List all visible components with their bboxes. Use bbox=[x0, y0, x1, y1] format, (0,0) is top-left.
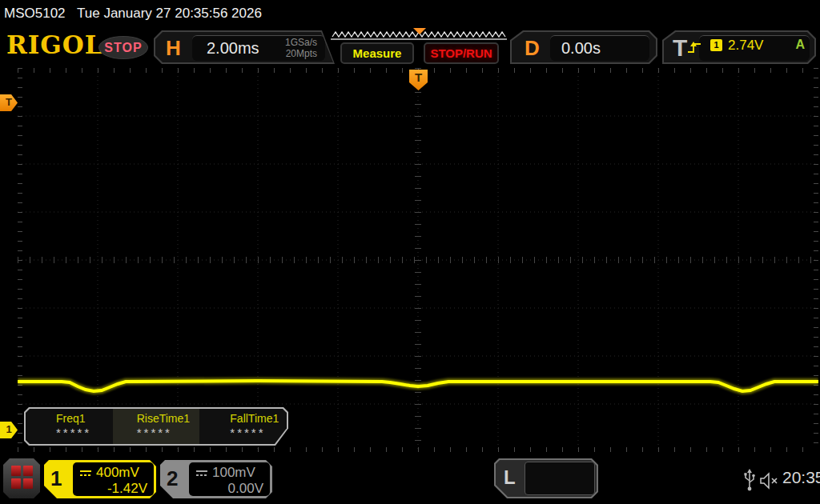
measurement-freq1[interactable]: Freq1 ***** bbox=[26, 409, 113, 444]
usb-icon bbox=[743, 468, 756, 492]
waveform-preview-strip[interactable] bbox=[331, 28, 507, 40]
trigger-level-value: 2.74V bbox=[728, 38, 763, 54]
delay-label: D bbox=[525, 36, 540, 61]
logic-channel-numbers: 0 1 2 3 4 5 6 7 8 9 10 11 12 13 14 15 bbox=[525, 462, 595, 495]
channel1-offset: -1.42V bbox=[79, 481, 147, 497]
waveform-display[interactable] bbox=[18, 68, 818, 452]
measurement-value: ***** bbox=[56, 426, 113, 439]
acquisition-status-badge: STOP bbox=[98, 36, 148, 59]
measurement-results-panel[interactable]: Freq1 ***** RiseTime1 ***** FallTime1 **… bbox=[24, 407, 288, 446]
oscilloscope-screen: MSO5102 Tue January 27 20:35:56 2026 RIG… bbox=[0, 0, 820, 504]
delay-value: 0.00s bbox=[561, 39, 601, 58]
measurement-label: RiseTime1 bbox=[137, 412, 200, 425]
ch1-waveform-trace bbox=[18, 381, 818, 391]
model-name: MSO5102 bbox=[4, 6, 66, 22]
channel1-status-box[interactable]: 1 400mV -1.42V bbox=[44, 460, 156, 498]
measure-button[interactable]: Measure bbox=[340, 42, 414, 64]
memory-depth: 20Mpts bbox=[285, 49, 317, 60]
function-menu-button[interactable] bbox=[3, 458, 40, 498]
grid-center-axes bbox=[18, 68, 818, 452]
trigger-slope-rising-icon bbox=[686, 40, 702, 54]
timebase-box[interactable]: 2.00ms 1GSa/s 20Mpts bbox=[192, 35, 325, 61]
sample-rate-info: 1GSa/s 20Mpts bbox=[285, 38, 317, 60]
sample-rate: 1GSa/s bbox=[285, 38, 317, 49]
horizontal-label: H bbox=[166, 36, 181, 61]
delay-value-box[interactable]: 0.00s bbox=[550, 35, 649, 61]
red-grid-icon bbox=[11, 466, 32, 490]
speaker-muted-icon[interactable] bbox=[759, 471, 780, 490]
logic-label: L bbox=[504, 466, 516, 489]
ch1-ground-marker[interactable]: 1 bbox=[0, 422, 18, 438]
trigger-panel[interactable]: T 1 2.74V A bbox=[662, 30, 816, 64]
datetime-text: Tue January 27 20:35:56 2026 bbox=[77, 6, 262, 22]
measurement-value: ***** bbox=[230, 426, 287, 439]
trigger-source-badge: 1 bbox=[710, 39, 722, 51]
title-bar: MSO5102 Tue January 27 20:35:56 2026 bbox=[0, 0, 820, 26]
channel2-number: 2 bbox=[167, 466, 178, 491]
clock-text: 20:35 bbox=[782, 468, 820, 487]
trigger-mode-auto: A bbox=[795, 38, 805, 52]
channel2-status-box[interactable]: 2 100mV 0.00V bbox=[160, 460, 272, 498]
trigger-label: T bbox=[673, 34, 687, 62]
dc-coupling-icon bbox=[195, 470, 208, 477]
trigger-level-marker[interactable]: T bbox=[0, 94, 18, 111]
rigol-logo: RIGOL bbox=[6, 30, 103, 59]
measurement-value: ***** bbox=[137, 426, 200, 439]
channel2-offset: 0.00V bbox=[195, 481, 263, 497]
channel1-scale: 400mV bbox=[96, 465, 139, 481]
stop-run-button[interactable]: STOP/RUN bbox=[424, 42, 499, 64]
timebase-value: 2.00ms bbox=[207, 39, 259, 58]
channel1-number: 1 bbox=[50, 466, 62, 491]
measurement-falltime1[interactable]: FallTime1 ***** bbox=[199, 409, 287, 444]
horizontal-panel[interactable]: H 2.00ms 1GSa/s 20Mpts bbox=[154, 30, 335, 64]
measurement-risetime1[interactable]: RiseTime1 ***** bbox=[113, 409, 200, 444]
channel2-scale: 100mV bbox=[212, 465, 255, 481]
measurement-label: Freq1 bbox=[56, 412, 113, 425]
logic-channels-box[interactable]: L 0 1 2 3 4 5 6 7 8 9 10 11 12 13 14 15 bbox=[494, 458, 598, 498]
delay-panel[interactable]: D 0.00s bbox=[510, 30, 657, 64]
dc-coupling-icon bbox=[79, 470, 92, 477]
measurement-label: FallTime1 bbox=[230, 412, 287, 425]
